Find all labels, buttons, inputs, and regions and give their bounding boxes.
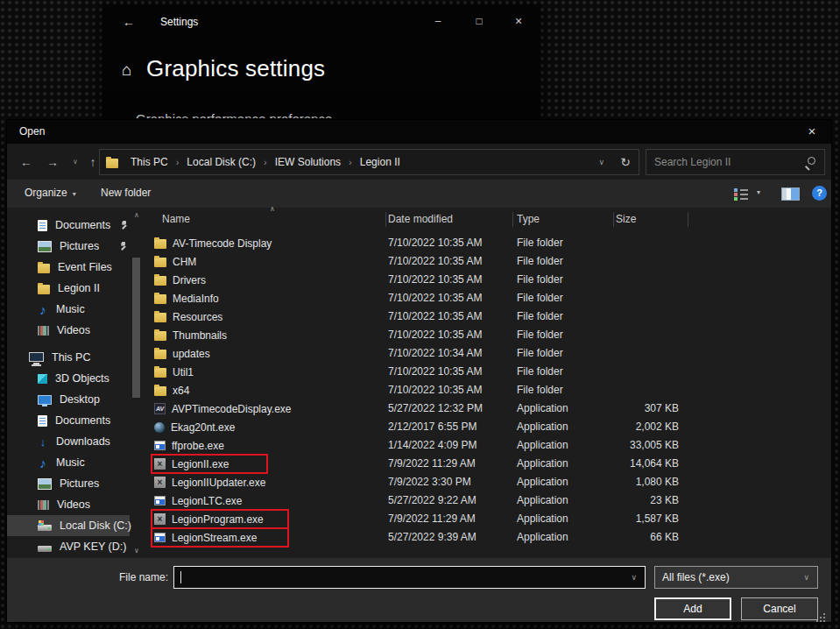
- column-header-name[interactable]: Name: [162, 208, 190, 230]
- new-folder-button[interactable]: New folder: [101, 180, 151, 207]
- music-icon: ♪: [38, 304, 48, 315]
- breadcrumb-item[interactable]: This PC: [123, 150, 176, 174]
- sidebar-item-local-disk-c-[interactable]: Local Disk (C:): [7, 515, 130, 536]
- file-name-cell: ×LegionIIUpdater.exe: [154, 473, 265, 491]
- close-button[interactable]: ×: [504, 10, 533, 32]
- scroll-up-icon[interactable]: ∧: [131, 211, 142, 219]
- address-bar[interactable]: This PC›Local Disk (C:)›IEW Solutions›Le…: [99, 149, 614, 175]
- column-divider[interactable]: [385, 212, 386, 227]
- scrollbar-thumb[interactable]: [132, 258, 140, 398]
- column-divider[interactable]: [512, 212, 513, 227]
- file-name: AVPTimecodeDisplay.exe: [172, 403, 292, 415]
- resize-grip[interactable]: [823, 613, 825, 615]
- desktop: ← Settings – □ × ⌂ Graphics settings Gra…: [0, 0, 840, 629]
- sidebar-list: DocumentsPicturesEvent FilesLegion II♪Mu…: [7, 215, 149, 557]
- file-type: Application: [517, 399, 568, 418]
- file-type-select[interactable]: All files (*.exe) ∨: [654, 566, 818, 589]
- file-row[interactable]: Thumbnails7/10/2022 10:35 AMFile folder: [149, 326, 831, 344]
- file-date: 7/10/2022 10:35 AM: [388, 363, 482, 381]
- sidebar-item-avp-key-d-[interactable]: AVP KEY (D:): [7, 536, 130, 557]
- file-name-cell: Ekag20nt.exe: [154, 418, 235, 436]
- sidebar-item-legion-ii[interactable]: Legion II: [7, 278, 130, 299]
- file-row[interactable]: Ekag20nt.exe2/12/2017 6:55 PMApplication…: [149, 418, 831, 436]
- file-name-dropdown-icon[interactable]: ∨: [623, 573, 645, 582]
- file-type: Application: [517, 455, 568, 473]
- file-name-input[interactable]: [174, 570, 623, 584]
- breadcrumb-item[interactable]: IEW Solutions: [267, 150, 349, 174]
- sidebar-item-3d-objects[interactable]: 3D Objects: [7, 368, 130, 389]
- back-arrow-icon[interactable]: ←: [116, 11, 141, 32]
- address-dropdown-icon[interactable]: ∨: [589, 158, 613, 166]
- file-row[interactable]: ffprobe.exe1/14/2022 4:09 PMApplication3…: [149, 436, 831, 455]
- add-button[interactable]: Add: [654, 597, 731, 620]
- file-name-combobox: ∨: [173, 566, 646, 589]
- refresh-button[interactable]: ↻: [612, 149, 639, 175]
- file-row[interactable]: MediaInfo7/10/2022 10:35 AMFile folder: [149, 289, 831, 307]
- pin-icon: [117, 242, 126, 251]
- file-type: Application: [517, 418, 568, 436]
- views-dropdown-icon[interactable]: ▾: [757, 188, 760, 196]
- file-row[interactable]: Drivers7/10/2022 10:35 AMFile folder: [149, 271, 831, 289]
- folder-icon: [154, 331, 166, 341]
- sidebar-item-videos[interactable]: Videos: [7, 320, 130, 341]
- file-date: 7/9/2022 3:30 PM: [388, 473, 471, 491]
- sidebar-item-this-pc[interactable]: This PC: [7, 347, 130, 368]
- forward-button[interactable]: →: [42, 152, 63, 173]
- search-input[interactable]: [646, 156, 804, 168]
- file-row[interactable]: Resources7/10/2022 10:35 AMFile folder: [149, 307, 831, 326]
- file-row[interactable]: ×LegionII.exe7/9/2022 11:29 AMApplicatio…: [149, 455, 831, 473]
- file-name: Ekag20nt.exe: [171, 421, 235, 434]
- sidebar-item-downloads[interactable]: ↓Downloads: [7, 431, 130, 452]
- settings-window-title: Settings: [160, 16, 198, 28]
- sidebar-item-desktop[interactable]: Desktop: [7, 389, 130, 410]
- sidebar-item-music[interactable]: ♪Music: [7, 452, 130, 473]
- file-row[interactable]: LegionStream.exe5/27/2022 9:39 AMApplica…: [149, 528, 831, 547]
- close-icon[interactable]: ×: [798, 120, 826, 144]
- column-header-type[interactable]: Type: [517, 208, 540, 230]
- file-row[interactable]: CHM7/10/2022 10:35 AMFile folder: [149, 252, 831, 271]
- minimize-button[interactable]: –: [423, 10, 453, 32]
- file-row[interactable]: AV-Timecode Display7/10/2022 10:35 AMFil…: [149, 234, 831, 252]
- file-row[interactable]: LegionLTC.exe5/27/2022 9:22 AMApplicatio…: [149, 491, 831, 510]
- organize-button[interactable]: Organize▾: [25, 180, 76, 208]
- sidebar-item-documents[interactable]: Documents: [7, 215, 130, 236]
- back-button[interactable]: ←: [16, 152, 37, 173]
- settings-window: ← Settings – □ × ⌂ Graphics settings Gra…: [102, 4, 540, 120]
- file-row[interactable]: ×LegionIIUpdater.exe7/9/2022 3:30 PMAppl…: [149, 473, 831, 491]
- breadcrumb-item[interactable]: Local Disk (C:): [179, 150, 264, 174]
- file-row[interactable]: AVAVPTimecodeDisplay.exe5/27/2022 12:32 …: [149, 399, 831, 418]
- sidebar-item-pictures[interactable]: Pictures: [7, 473, 130, 494]
- file-size: 1,080 KB: [603, 473, 679, 491]
- file-row[interactable]: x647/10/2022 10:35 AMFile folder: [149, 381, 831, 399]
- column-header-size[interactable]: Size: [616, 208, 636, 230]
- file-row[interactable]: ×LegionProgram.exe7/9/2022 11:29 AMAppli…: [149, 510, 831, 528]
- usb-icon: [38, 546, 52, 552]
- sidebar-item-videos[interactable]: Videos: [7, 494, 130, 515]
- sidebar-item-music[interactable]: ♪Music: [7, 299, 130, 320]
- folder-icon: [38, 264, 50, 273]
- file-type: File folder: [517, 307, 563, 326]
- help-button[interactable]: ?: [812, 186, 827, 201]
- file-name: LegionStream.exe: [172, 532, 257, 544]
- scroll-down-icon[interactable]: ∨: [131, 547, 142, 555]
- column-header-date[interactable]: Date modified: [388, 208, 453, 230]
- breadcrumb-item[interactable]: Legion II: [352, 150, 408, 174]
- column-divider[interactable]: [688, 212, 688, 227]
- sidebar-item-documents[interactable]: Documents: [7, 410, 130, 431]
- file-name: Thumbnails: [173, 329, 227, 342]
- sidebar-item-pictures[interactable]: Pictures: [7, 236, 130, 257]
- views-icon[interactable]: [734, 187, 749, 200]
- file-date: 7/9/2022 11:29 AM: [388, 455, 476, 473]
- sidebar-scrollbar[interactable]: ∧ ∨: [131, 209, 142, 556]
- cube-icon: [38, 374, 47, 384]
- column-divider[interactable]: [613, 212, 614, 227]
- search-icon[interactable]: [804, 156, 816, 168]
- file-type: File folder: [517, 252, 563, 271]
- file-row[interactable]: Util17/10/2022 10:35 AMFile folder: [149, 363, 831, 381]
- file-row[interactable]: updates7/10/2022 10:34 AMFile folder: [149, 344, 831, 363]
- cancel-button[interactable]: Cancel: [741, 597, 818, 620]
- file-type: Application: [517, 436, 568, 455]
- maximize-button[interactable]: □: [464, 10, 494, 32]
- preview-pane-icon[interactable]: [781, 187, 800, 201]
- sidebar-item-event-files[interactable]: Event Files: [7, 257, 130, 278]
